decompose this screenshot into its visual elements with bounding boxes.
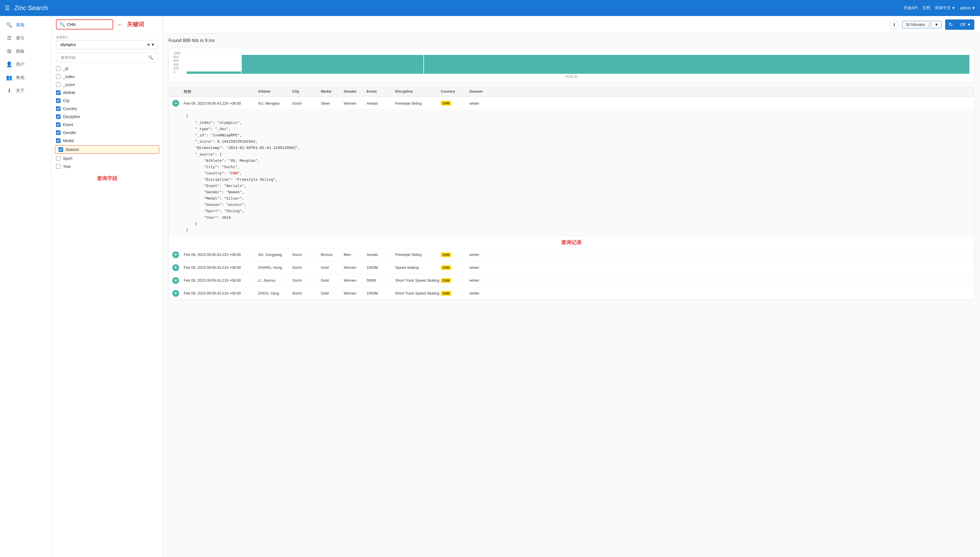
table-row: − Feb 09, 2023 09:05:43.224 +08:00 XU, M… <box>169 97 974 249</box>
chart-bar <box>187 72 241 74</box>
app-title: Zinc Search <box>14 4 904 12</box>
time-cell: Feb 09, 2023 09:05:43.219 +08:00 <box>184 265 258 270</box>
results-toolbar: ℹ 30 Minutes 🕐 ▼ ↻ Off ▼ ⋮⋮ <box>163 16 980 33</box>
field-checkbox-sport[interactable] <box>56 156 60 161</box>
search-icon: 🔍 <box>6 22 13 28</box>
discipline-cell: Short Track Speed Skating <box>395 291 441 295</box>
field-item-discipline[interactable]: Discipline <box>52 112 162 121</box>
refresh-button[interactable]: ↻ <box>945 20 957 30</box>
admin-menu[interactable]: admin ▼ <box>960 6 975 10</box>
field-checkbox-gender[interactable] <box>56 130 60 135</box>
field-label: Event <box>63 122 73 127</box>
expand-cell: + <box>172 290 184 297</box>
sidebar-item-template[interactable]: ⊞ 模板 <box>0 45 51 58</box>
info-button[interactable]: ℹ <box>890 20 899 29</box>
season-cell: winter <box>469 278 492 282</box>
menu-dots-icon[interactable]: ⋮⋮ <box>963 21 974 28</box>
field-item-sport[interactable]: Sport <box>52 155 162 163</box>
country-badge: CHN <box>441 252 451 257</box>
field-checkbox-id[interactable] <box>56 66 60 71</box>
field-item-id[interactable]: _id <box>52 65 162 73</box>
sidebar-item-label: 搜索 <box>16 22 24 28</box>
chevron-down-icon: ▼ <box>151 42 155 47</box>
country-cell: CHN <box>441 252 469 257</box>
y-label: 600 <box>174 59 184 62</box>
search-input-wrap: 🔍 <box>56 20 113 29</box>
open-api-link[interactable]: 开放API <box>904 5 918 11</box>
table-row-cells: + Feb 09, 2023 09:05:43.218 +08:00 ZHOU,… <box>169 287 974 300</box>
col-athlete: Athlete <box>258 89 292 94</box>
results-table: 时间 Athlete City Medal Gender Event Disci… <box>169 86 974 300</box>
medal-cell: Gold <box>321 291 344 295</box>
field-checkbox-event[interactable] <box>56 122 60 127</box>
field-item-score[interactable]: _score <box>52 81 162 89</box>
time-selector[interactable]: 30 Minutes 🕐 ▼ <box>902 21 941 28</box>
chevron-down-icon: ▼ <box>951 6 956 10</box>
sidebar-item-about[interactable]: ℹ 关于 <box>0 84 51 97</box>
field-checkbox-city[interactable] <box>56 98 60 103</box>
field-checkbox-medal[interactable] <box>56 138 60 143</box>
sidebar-item-index[interactable]: ☰ 索引 <box>0 31 51 45</box>
medal-cell: Gold <box>321 278 344 282</box>
field-item-medal[interactable]: Medal <box>52 137 162 145</box>
field-checkbox-index[interactable] <box>56 74 60 79</box>
sidebar-item-role[interactable]: 👥 角色 <box>0 71 51 84</box>
city-cell: Sochi <box>292 101 321 106</box>
sidebar-item-search[interactable]: 🔍 搜索 <box>0 18 51 31</box>
athlete-cell: LI, Jianrou <box>258 278 292 282</box>
menu-icon[interactable]: ☰ <box>5 5 10 11</box>
city-cell: Sochi <box>292 291 321 295</box>
field-checkbox-country[interactable] <box>56 106 60 111</box>
y-label: 0 <box>174 70 184 74</box>
index-select-wrap[interactable]: olympics ▼ <box>56 40 158 49</box>
table-row-cells: − Feb 09, 2023 09:05:43.224 +08:00 XU, M… <box>169 97 974 109</box>
expand-button[interactable]: + <box>172 264 179 271</box>
top-nav-right: 开放API 文档 简体中文 ▼ admin ▼ <box>904 5 975 11</box>
expand-button[interactable]: + <box>172 277 179 284</box>
col-discipline: Discipline <box>395 89 441 94</box>
field-item-city[interactable]: City <box>52 97 162 105</box>
index-icon: ☰ <box>6 35 13 41</box>
field-label: Country <box>63 106 77 111</box>
chart-bar <box>424 55 969 74</box>
gender-cell: Women <box>344 291 367 295</box>
expand-button[interactable]: + <box>172 290 179 297</box>
field-item-event[interactable]: Event <box>52 121 162 129</box>
language-selector[interactable]: 简体中文 ▼ <box>935 5 956 11</box>
y-label: 800 <box>174 55 184 59</box>
field-item-country[interactable]: Country <box>52 105 162 112</box>
query-field-annotation: 查询字段 <box>52 171 162 185</box>
field-item-gender[interactable]: Gender <box>52 129 162 137</box>
field-item-year[interactable]: Year <box>52 163 162 170</box>
search-icon: 🔍 <box>59 22 65 27</box>
country-cell: CHN <box>441 265 469 270</box>
chart-bars <box>187 52 969 74</box>
y-label: 200 <box>174 67 184 70</box>
index-select-label: 选择索引 <box>56 35 158 39</box>
sidebar-item-user[interactable]: 👤 用户 <box>0 58 51 71</box>
table-row: + Feb 09, 2023 09:05:43.223 +08:00 JIA, … <box>169 249 974 261</box>
field-item-athlete[interactable]: Athlete <box>52 89 162 97</box>
docs-link[interactable]: 文档 <box>922 5 930 11</box>
field-item-season[interactable]: Season <box>55 145 159 154</box>
time-label: 30 Minutes <box>905 22 925 27</box>
season-cell: winter <box>469 101 492 106</box>
field-item-index[interactable]: _index <box>52 73 162 81</box>
field-checkbox-year[interactable] <box>56 164 60 169</box>
medal-cell: Gold <box>321 265 344 270</box>
arrow-icon: ← <box>117 21 123 29</box>
index-select[interactable]: olympics <box>59 42 151 47</box>
field-checkbox-score[interactable] <box>56 82 60 87</box>
expand-cell: − <box>172 100 184 107</box>
clock-icon: 🕐 <box>927 22 932 27</box>
col-gender: Gender <box>344 89 367 94</box>
expand-button[interactable]: + <box>172 251 179 258</box>
search-input[interactable] <box>67 22 107 27</box>
collapse-button[interactable]: − <box>172 100 179 107</box>
field-checkbox-discipline[interactable] <box>56 114 60 119</box>
chart-bar <box>242 55 423 74</box>
field-checkbox-athlete[interactable] <box>56 90 60 95</box>
field-search-input[interactable] <box>61 55 146 60</box>
field-checkbox-season[interactable] <box>58 147 63 152</box>
event-cell: Aerials <box>367 252 395 257</box>
